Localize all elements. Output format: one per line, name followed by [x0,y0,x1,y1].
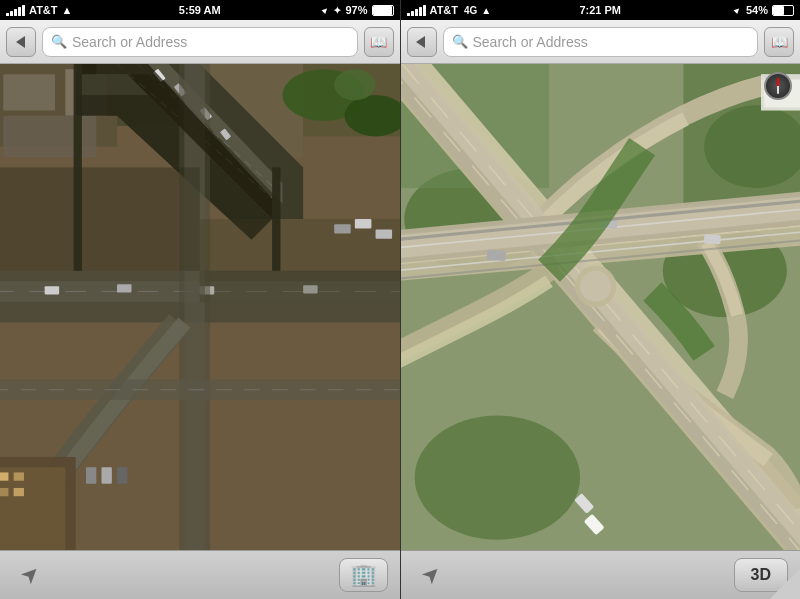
svg-rect-42 [86,467,96,484]
right-signal-bar-2 [411,11,414,16]
right-toolbar: ➤ 3D [401,550,801,599]
svg-rect-5 [3,74,55,110]
right-battery [772,5,794,16]
right-status-right: ▲ 54% [733,4,794,16]
right-battery-percent: 54% [746,4,768,16]
signal-bar-5 [22,5,25,16]
right-search-icon: 🔍 [452,34,468,49]
right-location-button[interactable]: ➤ [413,557,449,593]
svg-rect-43 [102,467,112,484]
left-battery [372,5,394,16]
right-battery-fill [773,6,784,15]
compass-north [777,78,779,86]
svg-rect-37 [74,64,82,271]
right-signal-bar-1 [407,13,410,16]
left-buildings-icon: 🏢 [350,562,377,588]
left-back-button[interactable] [6,27,36,57]
left-map-type-button[interactable]: 🏢 [339,558,388,592]
left-status-right: ▲ ✦ 97% [321,4,394,16]
svg-point-54 [414,416,579,540]
right-status-left: AT&T 4G ▲ [407,4,492,16]
left-time: 5:59 AM [179,4,221,16]
left-wifi-icon: ▲ [62,4,73,16]
right-bookmark-button[interactable]: 📖 [764,27,794,57]
left-location-icon: ▲ [318,3,331,16]
svg-rect-45 [355,219,372,228]
left-location-arrow-icon: ➤ [14,559,45,590]
left-map-area[interactable] [0,64,400,550]
right-time: 7:21 PM [579,4,621,16]
left-bt-icon: ✦ [333,5,341,16]
right-3d-label: 3D [751,566,771,584]
svg-rect-30 [0,467,65,550]
left-back-arrow-icon [16,36,25,48]
left-signal-bars [6,5,25,16]
left-book-icon: 📖 [370,34,387,50]
svg-rect-24 [117,284,131,292]
svg-rect-38 [272,167,280,270]
right-status-bar: AT&T 4G ▲ 7:21 PM ▲ 54% [401,0,801,20]
svg-rect-58 [486,249,505,261]
phones-container: AT&T ▲ 5:59 AM ▲ ✦ 97% 🔍 [0,0,800,599]
right-phone: AT&T 4G ▲ 7:21 PM ▲ 54% 🔍 [401,0,801,599]
compass[interactable] [764,72,792,100]
left-status-bar: AT&T ▲ 5:59 AM ▲ ✦ 97% [0,0,400,20]
signal-bar-4 [18,7,21,16]
right-signal-bars [407,5,426,16]
left-battery-percent: 97% [345,4,367,16]
svg-point-10 [334,69,375,100]
right-back-arrow-icon [416,36,425,48]
svg-rect-60 [703,234,720,244]
svg-rect-23 [45,286,59,294]
right-location-icon: ▲ [731,3,744,16]
svg-rect-47 [334,224,351,233]
left-bookmark-button[interactable]: 📖 [364,27,394,57]
compass-needle [777,78,779,94]
right-back-button[interactable] [407,27,437,57]
right-signal-bar-5 [423,5,426,16]
right-book-icon: 📖 [771,34,788,50]
compass-south [777,86,779,94]
right-map-svg [401,64,801,550]
left-toolbar: ➤ 🏢 [0,550,400,599]
right-battery-body [772,5,794,16]
signal-bar-1 [6,13,9,16]
right-network-type: 4G [464,5,477,16]
signal-bar-2 [10,11,13,16]
left-search-bar[interactable]: 🔍 Search or Address [42,27,358,57]
right-nav-bar: 🔍 Search or Address 📖 [401,20,801,64]
right-search-bar[interactable]: 🔍 Search or Address [443,27,759,57]
right-location-arrow-icon: ➤ [415,559,446,590]
right-signal-bar-4 [419,7,422,16]
svg-point-56 [580,271,611,302]
svg-rect-46 [376,229,393,238]
left-location-button[interactable]: ➤ [12,557,48,593]
left-phone: AT&T ▲ 5:59 AM ▲ ✦ 97% 🔍 [0,0,401,599]
left-search-placeholder: Search or Address [72,34,349,50]
svg-rect-35 [0,167,200,270]
svg-rect-33 [0,488,8,496]
svg-rect-32 [14,472,24,480]
right-carrier: AT&T [430,4,459,16]
signal-bar-3 [14,9,17,16]
left-search-icon: 🔍 [51,34,67,49]
right-signal-bar-3 [415,9,418,16]
right-map-area[interactable] [401,64,801,550]
left-battery-fill [373,6,392,15]
left-carrier: AT&T [29,4,58,16]
svg-rect-31 [0,472,8,480]
left-battery-body [372,5,394,16]
left-map-svg [0,64,400,550]
svg-rect-34 [14,488,24,496]
svg-rect-44 [117,467,127,484]
left-nav-bar: 🔍 Search or Address 📖 [0,20,400,64]
svg-rect-7 [3,116,96,157]
left-status-left: AT&T ▲ [6,4,72,16]
page-curl [770,569,800,599]
svg-rect-36 [200,219,400,302]
right-search-placeholder: Search or Address [473,34,750,50]
right-wifi-icon: ▲ [481,5,491,16]
